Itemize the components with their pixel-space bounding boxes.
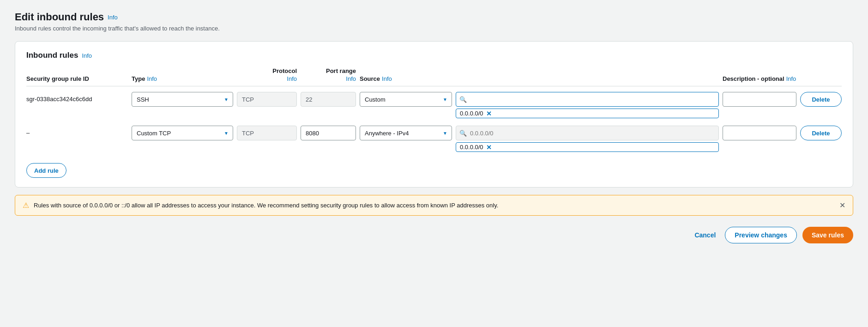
- cancel-button[interactable]: Cancel: [691, 231, 719, 239]
- save-rules-button[interactable]: Save rules: [802, 227, 853, 243]
- row2-rule-id: –: [26, 126, 128, 136]
- row2-type-select[interactable]: SSH Custom TCP HTTP HTTPS: [132, 126, 233, 140]
- col-port-range: Port range Info: [301, 67, 356, 82]
- add-rule-button[interactable]: Add rule: [26, 163, 66, 178]
- table-header: Security group rule ID Type Info Protoco…: [26, 67, 842, 86]
- preview-changes-button[interactable]: Preview changes: [725, 227, 797, 243]
- row1-protocol-input: [237, 92, 297, 107]
- row1-source-search-input[interactable]: [456, 92, 719, 107]
- row1-type-select-wrapper: SSH Custom TCP HTTP HTTPS ▼: [132, 92, 233, 107]
- panel-title: Inbound rules Info: [26, 51, 842, 60]
- page-header: Edit inbound rules Info Inbound rules co…: [15, 11, 853, 32]
- row1-delete-button[interactable]: Delete: [800, 92, 842, 107]
- row1-source-tag: 0.0.0.0/0 ✕: [456, 109, 719, 118]
- col-protocol-info[interactable]: Info: [287, 75, 297, 82]
- col-description-info[interactable]: Info: [786, 75, 796, 82]
- row2-port-cell: [301, 126, 356, 140]
- row2-source-tag: 0.0.0.0/0 ✕: [456, 142, 719, 152]
- row2-protocol-cell: [237, 126, 297, 140]
- row2-source-select-wrapper: Custom Anywhere - IPv4 Anywhere - IPv6 M…: [360, 126, 452, 140]
- col-type-info[interactable]: Info: [147, 75, 157, 82]
- warning-banner: ⚠ Rules with source of 0.0.0.0/0 or ::/0…: [15, 195, 853, 216]
- row1-source-type-cell: Custom Anywhere - IPv4 Anywhere - IPv6 M…: [360, 92, 452, 107]
- row2-port-input[interactable]: [301, 126, 356, 140]
- row1-search-wrapper: 🔍: [456, 92, 719, 107]
- row2-protocol-input: [237, 126, 297, 140]
- row2-source-tag-text: 0.0.0.0/0: [460, 144, 483, 151]
- row2-type-select-wrapper: SSH Custom TCP HTTP HTTPS ▼: [132, 126, 233, 140]
- col-actions: [800, 67, 842, 82]
- row1-source-select[interactable]: Custom Anywhere - IPv4 Anywhere - IPv6 M…: [360, 92, 452, 107]
- footer-actions: Cancel Preview changes Save rules: [15, 223, 853, 243]
- row1-id-cell: sgr-0338acc3424c6c6dd: [26, 92, 128, 103]
- inbound-rules-panel: Inbound rules Info Security group rule I…: [15, 41, 853, 188]
- row2-delete-button[interactable]: Delete: [800, 126, 842, 140]
- warning-close-button[interactable]: ✕: [839, 201, 845, 210]
- col-source-value: [456, 67, 719, 82]
- panel-title-text: Inbound rules: [26, 51, 78, 60]
- row2-source-tag-remove[interactable]: ✕: [486, 144, 492, 151]
- panel-title-info-link[interactable]: Info: [82, 52, 92, 59]
- row1-type-cell: SSH Custom TCP HTTP HTTPS ▼: [132, 92, 233, 107]
- row2-type-cell: SSH Custom TCP HTTP HTTPS ▼: [132, 126, 233, 140]
- page-title: Edit inbound rules Info: [15, 11, 853, 23]
- page-title-info-link[interactable]: Info: [108, 14, 118, 21]
- col-rule-id: Security group rule ID: [26, 67, 128, 82]
- page-subtitle: Inbound rules control the incoming traff…: [15, 25, 853, 32]
- row2-actions-cell: Delete: [800, 126, 842, 140]
- row2-source-search-input: [456, 126, 719, 140]
- row2-source-select[interactable]: Custom Anywhere - IPv4 Anywhere - IPv6 M…: [360, 126, 452, 140]
- row1-description-cell: [723, 92, 796, 107]
- row1-port-cell: [301, 92, 356, 107]
- warning-icon: ⚠: [23, 201, 29, 210]
- row1-source-value-cell: 🔍 0.0.0.0/0 ✕: [456, 92, 719, 118]
- row1-port-input: [301, 92, 356, 107]
- row2-description-input[interactable]: [723, 126, 796, 140]
- col-type: Type Info: [132, 67, 233, 82]
- row1-protocol-cell: [237, 92, 297, 107]
- table-row: – SSH Custom TCP HTTP HTTPS ▼ Custom: [26, 126, 842, 152]
- warning-text: Rules with source of 0.0.0.0/0 or ::/0 a…: [34, 202, 498, 209]
- row2-id-cell: –: [26, 126, 128, 136]
- page-title-text: Edit inbound rules: [15, 11, 104, 23]
- row1-actions-cell: Delete: [800, 92, 842, 107]
- col-description: Description - optional Info: [723, 67, 796, 82]
- table-row: sgr-0338acc3424c6c6dd SSH Custom TCP HTT…: [26, 92, 842, 118]
- col-port-info[interactable]: Info: [346, 75, 356, 82]
- row1-rule-id: sgr-0338acc3424c6c6dd: [26, 92, 128, 103]
- row1-source-tag-text: 0.0.0.0/0: [460, 110, 483, 117]
- col-source: Source Info: [360, 67, 452, 82]
- col-source-info[interactable]: Info: [382, 75, 392, 82]
- row1-source-tag-remove[interactable]: ✕: [486, 110, 492, 117]
- row2-search-wrapper: 🔍: [456, 126, 719, 140]
- row2-source-type-cell: Custom Anywhere - IPv4 Anywhere - IPv6 M…: [360, 126, 452, 140]
- row1-source-select-wrapper: Custom Anywhere - IPv4 Anywhere - IPv6 M…: [360, 92, 452, 107]
- row2-source-value-cell: 🔍 0.0.0.0/0 ✕: [456, 126, 719, 152]
- row2-description-cell: [723, 126, 796, 140]
- col-protocol: Protocol Info: [237, 67, 297, 82]
- row1-type-select[interactable]: SSH Custom TCP HTTP HTTPS: [132, 92, 233, 107]
- row1-description-input[interactable]: [723, 92, 796, 107]
